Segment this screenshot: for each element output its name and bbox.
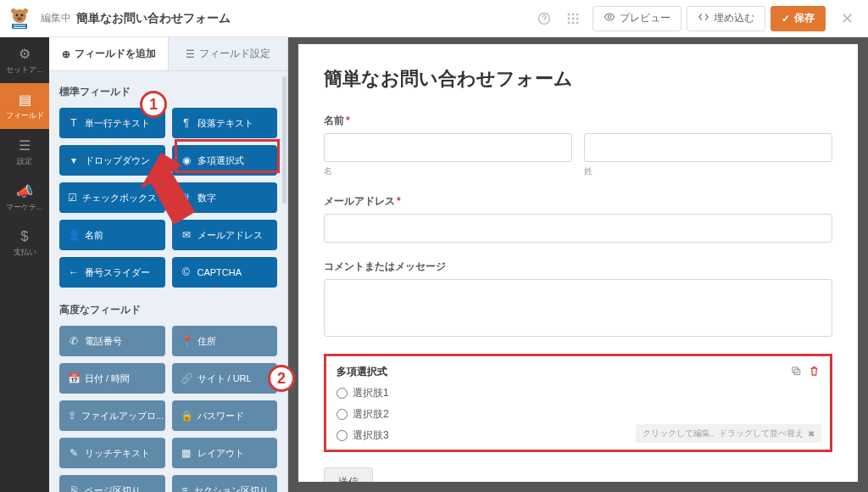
field-label: ファイルアップロ... bbox=[81, 410, 164, 422]
field-icon: © bbox=[181, 266, 192, 278]
field-button-advanced[interactable]: 📅日付 / 時間 bbox=[59, 363, 165, 394]
field-label: リッチテキスト bbox=[85, 447, 150, 460]
nav-setup[interactable]: ⚙ セットア... bbox=[0, 37, 49, 83]
svg-point-16 bbox=[576, 17, 579, 20]
field-button-advanced[interactable]: ⇪ファイルアップロ... bbox=[59, 400, 165, 431]
svg-point-13 bbox=[576, 13, 579, 15]
panel-scrollbar[interactable] bbox=[282, 76, 287, 204]
field-icon: 📅 bbox=[68, 372, 80, 384]
sliders-icon: ☰ bbox=[186, 48, 195, 60]
field-label: 段落テキスト bbox=[198, 117, 253, 130]
main-area: ⚙ セットア... ▤ フィールド ☰ 設定 📣 マーケテ... $ 支払い ⊕… bbox=[0, 37, 868, 492]
field-button-advanced[interactable]: ✆電話番号 bbox=[59, 326, 165, 356]
first-name-input[interactable] bbox=[324, 133, 572, 162]
nav-settings[interactable]: ☰ 設定 bbox=[0, 129, 49, 175]
field-icon: ▾ bbox=[68, 154, 80, 166]
field-label: 住所 bbox=[198, 335, 216, 348]
radio-input[interactable] bbox=[337, 388, 348, 399]
field-multiple-choice[interactable]: 多項選択式 選択肢1選択肢2選択肢3 クリックして編集。ドラッグして並べ替え ✖ bbox=[324, 354, 832, 452]
field-icon: ✎ bbox=[68, 447, 80, 459]
field-button-advanced[interactable]: ≡セクション区切り bbox=[172, 475, 278, 492]
submit-button[interactable]: 送信 bbox=[324, 467, 373, 482]
option-label: 選択肢2 bbox=[353, 407, 389, 422]
field-icon: ✉ bbox=[181, 229, 192, 241]
group-advanced-title: 高度なフィールド bbox=[59, 303, 277, 317]
field-name[interactable]: 名前* 名 姓 bbox=[324, 114, 832, 177]
nav-payments[interactable]: $ 支払い bbox=[0, 221, 49, 266]
form-title: 簡単なお問い合わせフォーム bbox=[324, 66, 832, 92]
svg-point-18 bbox=[572, 21, 575, 24]
email-input[interactable] bbox=[324, 214, 832, 243]
field-button-standard[interactable]: T単一行テキスト bbox=[59, 108, 165, 138]
close-icon[interactable]: ✕ bbox=[832, 9, 861, 28]
preview-button[interactable]: プレビュー bbox=[593, 6, 682, 31]
option-label: 選択肢3 bbox=[353, 428, 389, 443]
field-icon: # bbox=[181, 192, 192, 204]
field-label: ドロップダウン bbox=[85, 154, 150, 167]
field-label: 数字 bbox=[198, 192, 216, 204]
radio-input[interactable] bbox=[337, 409, 348, 420]
field-button-standard[interactable]: ©CAPTCHA bbox=[172, 257, 278, 288]
group-standard-title: 標準フィールド bbox=[59, 85, 277, 99]
svg-rect-6 bbox=[12, 24, 27, 29]
comment-textarea[interactable] bbox=[324, 279, 832, 337]
field-button-standard[interactable]: ¶段落テキスト bbox=[172, 108, 278, 138]
field-button-advanced[interactable]: ⎘ページ区切り bbox=[59, 475, 165, 492]
radio-option[interactable]: 選択肢1 bbox=[337, 386, 820, 400]
field-button-advanced[interactable]: 📍住所 bbox=[172, 326, 278, 356]
nav-fields[interactable]: ▤ フィールド bbox=[0, 83, 49, 129]
duplicate-icon[interactable] bbox=[791, 366, 802, 379]
field-label: 番号スライダー bbox=[85, 266, 150, 279]
field-label: サイト / URL bbox=[198, 372, 252, 385]
svg-point-3 bbox=[16, 14, 19, 16]
panel-tabs: ⊕ フィールドを追加 ☰ フィールド設定 bbox=[49, 37, 287, 71]
field-button-standard[interactable]: ▾ドロップダウン bbox=[59, 145, 165, 176]
megaphone-icon: 📣 bbox=[16, 183, 33, 199]
svg-rect-7 bbox=[14, 25, 25, 25]
field-button-advanced[interactable]: ✎リッチテキスト bbox=[59, 438, 165, 468]
svg-point-1 bbox=[11, 8, 16, 14]
save-button[interactable]: ✓ 保存 bbox=[771, 6, 826, 31]
field-label: パスワード bbox=[198, 410, 244, 422]
field-icon: ← bbox=[68, 266, 80, 278]
radio-input[interactable] bbox=[337, 430, 348, 441]
last-name-input[interactable] bbox=[584, 133, 832, 162]
apps-icon[interactable] bbox=[562, 8, 584, 30]
field-button-standard[interactable]: ☑チェックボックス bbox=[59, 182, 165, 213]
field-button-standard[interactable]: #数字 bbox=[172, 182, 278, 213]
field-label: 電話番号 bbox=[85, 335, 122, 348]
nav-marketing[interactable]: 📣 マーケテ... bbox=[0, 175, 49, 221]
svg-point-19 bbox=[576, 21, 579, 24]
svg-rect-21 bbox=[794, 369, 800, 375]
last-sublabel: 姓 bbox=[584, 165, 832, 177]
field-email[interactable]: メールアドレス* bbox=[324, 194, 832, 243]
trash-icon[interactable] bbox=[809, 366, 820, 379]
first-sublabel: 名 bbox=[324, 165, 572, 177]
field-icon: ▦ bbox=[181, 447, 192, 459]
field-icon: T bbox=[68, 117, 80, 129]
help-icon[interactable] bbox=[533, 8, 555, 30]
field-label: レイアウト bbox=[198, 447, 244, 460]
field-icon: ☑ bbox=[68, 192, 77, 204]
field-label: メールアドレス bbox=[198, 229, 263, 242]
tab-add-field[interactable]: ⊕ フィールドを追加 bbox=[49, 37, 169, 70]
option-label: 選択肢1 bbox=[353, 386, 389, 400]
eye-icon bbox=[604, 11, 615, 25]
field-label: セクション区切り bbox=[194, 484, 269, 493]
field-button-standard[interactable]: ◉多項選択式 bbox=[172, 145, 278, 176]
field-button-standard[interactable]: 👤名前 bbox=[59, 220, 165, 250]
field-button-standard[interactable]: ✉メールアドレス bbox=[172, 220, 278, 250]
form-canvas: 簡単なお問い合わせフォーム 名前* 名 姓 メールアドレス* bbox=[298, 44, 858, 482]
field-comment[interactable]: コメントまたはメッセージ bbox=[324, 260, 832, 337]
field-button-advanced[interactable]: 🔗サイト / URL bbox=[172, 363, 278, 394]
embed-button[interactable]: 埋め込む bbox=[687, 6, 765, 31]
name-label: 名前* bbox=[324, 114, 832, 128]
field-button-standard[interactable]: ←番号スライダー bbox=[59, 257, 165, 288]
multi-label: 多項選択式 bbox=[337, 365, 784, 379]
field-button-advanced[interactable]: ▦レイアウト bbox=[172, 438, 278, 468]
editing-label: 編集中 bbox=[41, 11, 71, 25]
dollar-icon: $ bbox=[21, 229, 29, 244]
radio-option[interactable]: 選択肢2 bbox=[337, 407, 820, 422]
field-button-advanced[interactable]: 🔒パスワード bbox=[172, 400, 278, 431]
tab-field-options[interactable]: ☰ フィールド設定 bbox=[169, 37, 287, 70]
